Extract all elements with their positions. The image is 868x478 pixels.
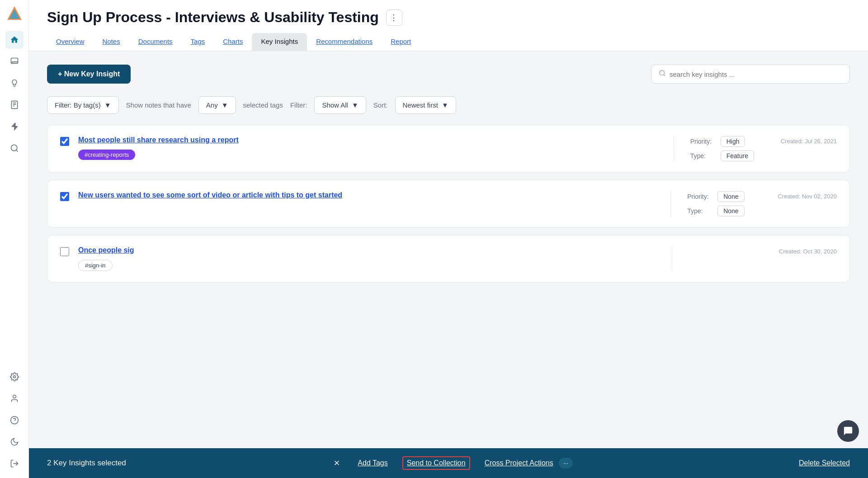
sidebar-item-settings[interactable] (5, 368, 24, 386)
insight-meta-2: Priority: None Type: None (687, 191, 769, 216)
tab-charts[interactable]: Charts (214, 33, 252, 51)
chevron-down-icon: ▼ (104, 101, 111, 109)
sidebar-item-home[interactable] (5, 31, 24, 49)
add-tags-button[interactable]: Add Tags (358, 459, 387, 467)
type-row-1: Type: Feature (690, 150, 772, 161)
tab-tags[interactable]: Tags (182, 33, 214, 51)
filter-label: Filter: (290, 101, 307, 109)
type-value-2: None (717, 206, 744, 216)
action-bar: 2 Key Insights selected × Add Tags Send … (29, 448, 868, 478)
selected-tags-label: selected tags (243, 101, 283, 109)
sidebar-item-messages[interactable] (5, 52, 24, 70)
insight-checkbox-1[interactable] (60, 137, 69, 146)
insight-divider-1 (674, 136, 674, 161)
more-button[interactable]: ⋮ (386, 9, 402, 26)
chevron-down-icon-filter: ▼ (352, 101, 359, 109)
filter-by-label: Filter: By tag(s) (55, 101, 101, 109)
insight-title-3[interactable]: Once people sig (78, 246, 656, 254)
insight-checkbox-2[interactable] (60, 192, 69, 201)
insight-tag-1[interactable]: #creating-reports (78, 150, 135, 160)
insight-body-3: Once people sig #sign-in (78, 246, 656, 271)
action-bar-selected-text: 2 Key Insights selected (47, 459, 126, 468)
type-label-1: Type: (690, 152, 715, 159)
tab-overview[interactable]: Overview (47, 33, 94, 51)
content-area: + New Key Insight Filter: By tag(s) ▼ Sh… (29, 51, 868, 478)
insight-body-2: New users wanted to see some sort of vid… (78, 191, 654, 205)
send-to-collection-button[interactable]: Send to Collection (402, 456, 470, 470)
sort-select[interactable]: Newest first ▼ (395, 96, 456, 114)
search-input[interactable] (670, 70, 842, 78)
sidebar-bottom (5, 368, 24, 473)
tab-notes[interactable]: Notes (94, 33, 129, 51)
search-box[interactable] (651, 65, 850, 84)
show-notes-label: Show notes that have (126, 101, 191, 109)
sort-value: Newest first (403, 101, 438, 109)
priority-row-2: Priority: None (687, 191, 769, 202)
priority-value-1: High (721, 136, 745, 147)
show-all-label: Show All (322, 101, 348, 109)
search-icon (659, 70, 666, 79)
any-label: Any (206, 101, 218, 109)
sidebar (0, 0, 29, 478)
sidebar-item-bulb[interactable] (5, 74, 24, 92)
insight-body-1: Most people still share research using a… (78, 136, 657, 160)
cross-project-actions-container: Cross Project Actions ··· (485, 458, 573, 469)
action-bar-actions: Add Tags Send to Collection Cross Projec… (358, 456, 573, 470)
insight-divider-2 (670, 191, 671, 216)
delete-selected-button[interactable]: Delete Selected (799, 459, 850, 467)
page-title: Sign Up Process - Interviews & Usability… (47, 9, 379, 26)
type-row-2: Type: None (687, 206, 769, 216)
priority-label-2: Priority: (687, 193, 712, 200)
insight-card-2: New users wanted to see some sort of vid… (47, 180, 850, 228)
insight-date-2: Created: Nov 02, 2020 (778, 191, 837, 200)
svg-point-9 (13, 395, 16, 398)
type-label-2: Type: (687, 207, 712, 215)
svg-point-7 (11, 145, 17, 151)
nav-tabs: Overview Notes Documents Tags Charts Key… (47, 33, 850, 51)
priority-value-2: None (717, 191, 744, 202)
chevron-down-icon-sort: ▼ (442, 101, 448, 109)
toolbar-row: + New Key Insight (47, 65, 850, 84)
svg-point-8 (13, 376, 15, 378)
sidebar-item-moon[interactable] (5, 433, 24, 451)
priority-row-1: Priority: High (690, 136, 772, 147)
new-insight-button[interactable]: + New Key Insight (47, 65, 131, 84)
insight-date-1: Created: Jul 26, 2021 (781, 136, 837, 145)
insight-card-3: Once people sig #sign-in Created: Oct 30… (47, 235, 850, 282)
insight-divider-3 (672, 246, 672, 271)
tab-documents[interactable]: Documents (129, 33, 182, 51)
tab-key-insights[interactable]: Key Insights (252, 33, 307, 51)
sidebar-item-help[interactable] (5, 411, 24, 429)
svg-point-13 (660, 70, 665, 75)
sort-label: Sort: (373, 101, 388, 109)
chat-bubble-button[interactable] (837, 420, 859, 442)
ellipsis-button[interactable]: ··· (559, 458, 573, 469)
sidebar-item-export[interactable] (5, 455, 24, 473)
insight-title-1[interactable]: Most people still share research using a… (78, 136, 657, 144)
header: Sign Up Process - Interviews & Usability… (29, 0, 868, 51)
any-select[interactable]: Any ▼ (198, 96, 236, 114)
sidebar-item-document[interactable] (5, 96, 24, 114)
sidebar-item-flash[interactable] (5, 117, 24, 136)
show-all-select[interactable]: Show All ▼ (314, 96, 366, 114)
insight-checkbox-3[interactable] (60, 247, 69, 256)
insight-meta-1: Priority: High Type: Feature (690, 136, 772, 161)
insight-date-3: Created: Oct 30, 2020 (779, 246, 837, 255)
tab-report[interactable]: Report (382, 33, 420, 51)
cross-project-actions-button[interactable]: Cross Project Actions (485, 459, 553, 467)
insight-title-2[interactable]: New users wanted to see some sort of vid… (78, 191, 654, 199)
insight-card: Most people still share research using a… (47, 125, 850, 173)
filter-row: Filter: By tag(s) ▼ Show notes that have… (47, 96, 850, 114)
insight-tag-3[interactable]: #sign-in (78, 260, 113, 271)
sidebar-item-user[interactable] (5, 389, 24, 408)
filter-by-select[interactable]: Filter: By tag(s) ▼ (47, 96, 119, 114)
header-title-row: Sign Up Process - Interviews & Usability… (47, 9, 850, 26)
action-bar-close-button[interactable]: × (334, 457, 340, 469)
priority-label-1: Priority: (690, 138, 715, 145)
app-logo[interactable] (6, 5, 23, 22)
sidebar-item-search[interactable] (5, 139, 24, 157)
tab-recommendations[interactable]: Recommendations (307, 33, 382, 51)
chevron-down-icon-any: ▼ (222, 101, 228, 109)
type-value-1: Feature (721, 150, 754, 161)
main-content: Sign Up Process - Interviews & Usability… (29, 0, 868, 478)
